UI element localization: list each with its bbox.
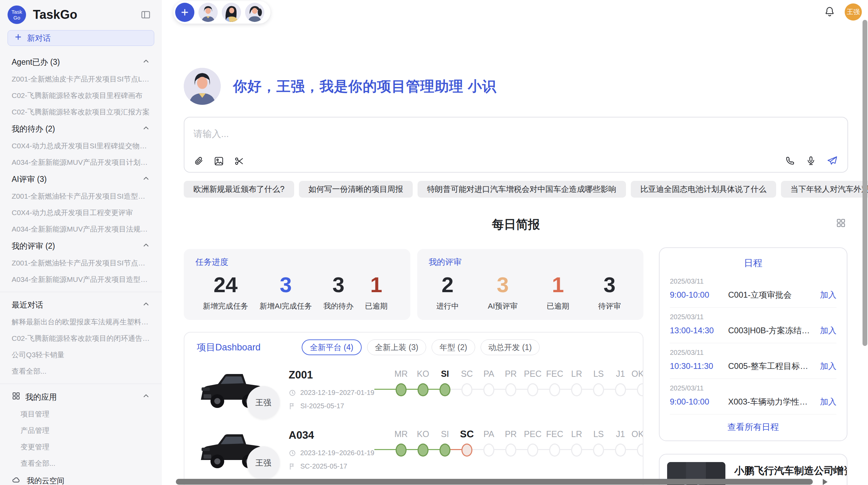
add-member-button[interactable] xyxy=(175,3,194,22)
join-event-link[interactable]: 加入 xyxy=(820,361,836,372)
view-all-schedule-link[interactable]: 查看所有日程 xyxy=(670,414,836,439)
milestone-node[interactable] xyxy=(505,383,516,396)
milestone-label: OKTB xyxy=(631,428,643,442)
section-header[interactable]: 我的待办 (2) xyxy=(0,120,162,138)
milestone-node[interactable] xyxy=(461,383,472,396)
milestone-node[interactable] xyxy=(637,444,643,457)
briefing-header: 每日简报 xyxy=(184,216,848,233)
milestone-node[interactable] xyxy=(461,444,472,457)
screenshot-scissors-icon[interactable] xyxy=(234,156,244,166)
stat: 1已逾期 xyxy=(365,269,388,311)
section-header[interactable]: 我的评审 (2) xyxy=(0,237,162,255)
section-header[interactable]: Agent已办 (3) xyxy=(0,53,162,71)
sidebar-task-item[interactable]: C0X4-动力总成开发项目SI里程碑提交物检查 xyxy=(0,138,162,154)
milestone-node[interactable] xyxy=(483,444,494,457)
milestone-node[interactable] xyxy=(571,383,582,396)
app-item[interactable]: 查看全部... xyxy=(0,455,162,472)
milestone-node[interactable] xyxy=(439,383,450,396)
milestone-node[interactable] xyxy=(396,383,407,396)
stat: 3AI预评审 xyxy=(488,269,518,311)
dashboard-tab[interactable]: 动总开发 (1) xyxy=(481,339,540,355)
notification-bell-icon[interactable] xyxy=(824,6,835,18)
join-event-link[interactable]: 加入 xyxy=(820,325,836,336)
join-event-link[interactable]: 加入 xyxy=(820,396,836,407)
recent-chat-item[interactable]: 查看全部... xyxy=(0,363,162,380)
vertical-scrollbar[interactable] xyxy=(863,20,867,346)
dashboard-tab[interactable]: 全新平台 (4) xyxy=(302,339,362,355)
milestone-node[interactable] xyxy=(505,444,516,457)
sidebar-task-item[interactable]: C0X4-动力总成开发项目工程变更评审 xyxy=(0,204,162,221)
chevron-up-icon[interactable] xyxy=(142,124,150,134)
voice-call-icon[interactable] xyxy=(785,156,795,166)
image-upload-icon[interactable] xyxy=(214,156,224,166)
collapse-sidebar-icon[interactable] xyxy=(140,9,152,21)
milestone-node[interactable] xyxy=(396,444,407,457)
sidebar-task-item[interactable]: A034-全新新能源MUV产品开发项目法规符合性评审 xyxy=(0,221,162,237)
milestone-node[interactable] xyxy=(549,444,560,457)
project-row[interactable]: 王强Z0012023-12-19~2027-01-19SI-2025-05-17… xyxy=(197,367,630,415)
section-header[interactable]: 最近对话 xyxy=(0,296,162,314)
microphone-icon[interactable] xyxy=(806,156,816,166)
milestone-node[interactable] xyxy=(418,444,429,457)
join-event-link[interactable]: 加入 xyxy=(820,289,836,300)
dashboard-tab[interactable]: 全新上装 (3) xyxy=(367,339,426,355)
sidebar-shortcut[interactable]: 我的云空间 xyxy=(0,472,162,485)
layout-grid-icon[interactable] xyxy=(836,218,846,229)
milestone-node[interactable] xyxy=(527,444,538,457)
section-header[interactable]: AI评审 (3) xyxy=(0,171,162,188)
new-chat-button[interactable]: 新对话 xyxy=(8,30,154,46)
recent-chat-item[interactable]: C02-飞腾新能源轻客改款项目的闭环通告反馈情况 xyxy=(0,330,162,347)
horizontal-scrollbar[interactable] xyxy=(176,479,813,485)
member-avatar[interactable] xyxy=(222,3,241,22)
sidebar-task-item[interactable]: Z001-全新燃油皮卡产品开发项目SI节点Lesson Learn报告 xyxy=(0,71,162,87)
scroll-down-arrow[interactable] xyxy=(831,468,838,473)
sidebar-task-item[interactable]: C02-飞腾新能源轻客改款项目里程碑画布 xyxy=(0,87,162,104)
dashboard-tab[interactable]: 年型 (2) xyxy=(432,339,475,355)
recent-chat-item[interactable]: 公司Q3轻卡销量 xyxy=(0,347,162,363)
milestone-node[interactable] xyxy=(615,383,626,396)
sidebar-task-item[interactable]: Z001-全新燃油轻卡产品开发项目SI造型提交物评审 xyxy=(0,188,162,204)
section-header[interactable]: 我的应用 xyxy=(0,388,162,406)
suggestion-chip[interactable]: 当下年轻人对汽车外观有怎样的喜好趋势 xyxy=(781,181,868,198)
app-item[interactable]: 产品管理 xyxy=(0,422,162,439)
chevron-up-icon[interactable] xyxy=(142,174,150,185)
milestone: J1 xyxy=(610,428,631,476)
chevron-up-icon[interactable] xyxy=(142,300,150,310)
milestone-track: MRKOSISCPAPRPECFECLRLSJ1OKTB xyxy=(390,427,643,476)
suggestion-chip[interactable]: 特朗普可能对进口汽车增税会对中国车企造成哪些影响 xyxy=(418,181,626,198)
project-row[interactable]: 王强A0342023-12-19~2026-01-19SC-2025-05-17… xyxy=(197,427,630,476)
sidebar-task-item[interactable]: C02-飞腾新能源轻客改款项目立项汇报方案 xyxy=(0,104,162,120)
suggestion-chip[interactable]: 如何写一份清晰的项目周报 xyxy=(299,181,413,198)
app-item[interactable]: 变更管理 xyxy=(0,439,162,455)
sidebar-task-item[interactable]: A034-全新新能源MUV产品开发项目造型可行性评审 xyxy=(0,271,162,288)
milestone-node[interactable] xyxy=(593,444,604,457)
suggestion-chip[interactable]: 比亚迪全固态电池计划具体说了什么 xyxy=(631,181,776,198)
send-icon[interactable] xyxy=(827,155,838,166)
milestone-node[interactable] xyxy=(527,383,538,396)
recent-chat-item[interactable]: 解释最新出台的欧盟报废车法规再生塑料比例被调至15%... xyxy=(0,314,162,330)
user-avatar[interactable]: 王强 xyxy=(845,3,862,21)
attachment-icon[interactable] xyxy=(193,156,204,166)
milestone-node[interactable] xyxy=(615,444,626,457)
message-input[interactable] xyxy=(193,124,777,144)
milestone-node[interactable] xyxy=(483,383,494,396)
member-avatar[interactable] xyxy=(198,3,218,22)
milestone: FEC xyxy=(544,368,566,415)
milestone-node[interactable] xyxy=(571,444,582,457)
milestone-node[interactable] xyxy=(418,383,429,396)
chevron-up-icon[interactable] xyxy=(142,241,150,251)
scroll-right-arrow[interactable] xyxy=(823,479,828,485)
milestone-node[interactable] xyxy=(637,383,643,396)
milestone-node[interactable] xyxy=(549,383,560,396)
clock-icon xyxy=(289,389,296,397)
sidebar-task-item[interactable]: A034-全新新能源MUV产品开发项目计划变更表编写 xyxy=(0,154,162,171)
sidebar-task-item[interactable]: Z001-全新燃油轻卡产品开发项目SI节点属性5D文件评审 xyxy=(0,255,162,271)
suggestion-chip[interactable]: 欧洲新规最近颁布了什么? xyxy=(184,181,294,198)
stat-value: 3 xyxy=(488,269,518,300)
app-item[interactable]: 项目管理 xyxy=(0,406,162,422)
member-avatar[interactable] xyxy=(245,3,264,22)
chevron-up-icon[interactable] xyxy=(142,392,150,402)
chevron-up-icon[interactable] xyxy=(142,57,150,67)
milestone-node[interactable] xyxy=(439,444,450,457)
milestone-node[interactable] xyxy=(593,383,604,396)
